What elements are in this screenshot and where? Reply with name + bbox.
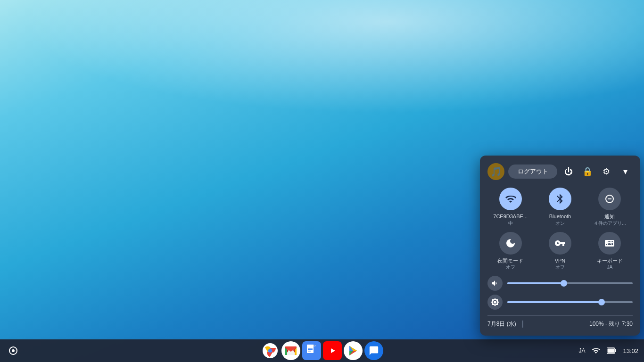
taskbar: JA 13:02 [0,339,644,362]
svg-point-3 [12,349,15,352]
keyboard-toggle-label: キーボード JA [597,257,623,270]
lock-button[interactable]: 🔒 [580,164,595,179]
qs-header: 🎵 ログアウト ⏻ 🔒 ⚙ ▾ [487,163,633,180]
bluetooth-toggle-icon [549,188,571,210]
taskbar-right: JA 13:02 [577,345,640,357]
taskbar-left [4,341,23,360]
volume-slider-row [487,276,633,291]
brightness-slider-fill [507,301,602,303]
chrome-app-icon[interactable] [261,341,280,360]
toggles-row-2: 夜間モード オフ VPN オフ キーボード [487,232,633,270]
vpn-toggle-label: VPN オフ [555,257,566,270]
docs-app-icon[interactable] [302,341,321,360]
brightness-slider-row [487,295,633,310]
wifi-tray[interactable] [590,345,602,357]
wifi-toggle[interactable]: 7CE9D3ABE... 中 [487,188,533,226]
svg-rect-9 [308,348,313,349]
qs-footer: 7月8日 (水) | 100% - 残り 7:30 [487,315,633,328]
brightness-slider-track[interactable] [507,301,633,303]
logout-button[interactable]: ログアウト [508,165,557,179]
clock-tray[interactable]: 13:02 [621,346,640,356]
wifi-tray-icon [592,346,600,355]
volume-slider-track[interactable] [507,282,633,284]
language-label: JA [578,347,585,354]
toggles-row-1: 7CE9D3ABE... 中 Bluetooth オン [487,188,633,226]
play-store-app-icon[interactable] [344,341,363,360]
volume-slider-fill [507,282,564,284]
taskbar-center [261,341,383,360]
vpn-toggle-icon [549,232,571,255]
expand-button[interactable]: ▾ [618,164,633,179]
gmail-app-icon[interactable] [281,341,300,360]
battery-tray-icon [607,347,616,354]
brightness-icon [487,295,503,310]
night-mode-label: 夜間モード オフ [497,257,523,270]
volume-icon [487,276,503,291]
svg-rect-10 [308,349,313,350]
wifi-toggle-label: 7CE9D3ABE... 中 [493,213,528,226]
clock-display: 13:02 [623,347,638,354]
date-display: 7月8日 (水) [487,320,516,328]
notifications-toggle-icon [598,188,621,210]
battery-tray[interactable] [605,346,618,356]
quick-settings-panel: 🎵 ログアウト ⏻ 🔒 ⚙ ▾ 7CE9D3ABE... 中 [480,156,640,336]
bluetooth-toggle[interactable]: Bluetooth オン [537,188,583,226]
night-mode-toggle[interactable]: 夜間モード オフ [487,232,533,270]
bluetooth-toggle-label: Bluetooth オン [549,213,571,226]
footer-separator: | [522,320,524,328]
settings-button[interactable]: ⚙ [599,164,614,179]
language-tray[interactable]: JA [577,346,587,356]
launcher-icon [8,346,18,355]
keyboard-toggle-icon [598,232,621,255]
avatar: 🎵 [487,163,504,180]
svg-rect-11 [308,351,311,352]
launcher-button[interactable] [4,341,23,360]
power-button[interactable]: ⏻ [561,164,576,179]
night-mode-icon [499,232,522,255]
vpn-toggle[interactable]: VPN オフ [537,232,583,270]
svg-rect-20 [615,349,616,352]
messages-app-icon[interactable] [364,341,383,360]
notifications-toggle[interactable]: 通知 ４件のアプリ... [587,188,633,226]
svg-point-7 [268,349,272,353]
notifications-toggle-label: 通知 ４件のアプリ... [594,213,626,226]
wifi-toggle-icon [499,188,522,210]
battery-status: 100% - 残り 7:30 [589,320,633,328]
svg-rect-8 [307,345,314,353]
sliders-section [487,276,633,310]
brightness-slider-thumb [598,299,605,305]
svg-rect-21 [608,349,614,353]
volume-slider-thumb [561,280,567,287]
keyboard-toggle[interactable]: キーボード JA [587,232,633,270]
youtube-app-icon[interactable] [323,341,342,360]
